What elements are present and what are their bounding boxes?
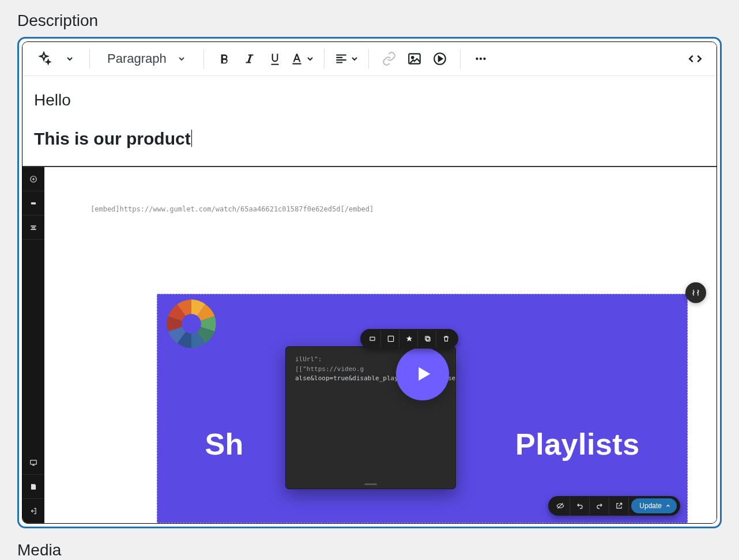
preview-canvas[interactable]: [embed]https://www.gumlet.com/watch/65aa… bbox=[44, 167, 717, 523]
update-button[interactable]: Update bbox=[631, 498, 677, 513]
section-title-media: Media bbox=[17, 541, 722, 559]
block-edit-button[interactable] bbox=[382, 330, 399, 347]
sidebar-spacer bbox=[22, 240, 44, 451]
text-cursor bbox=[191, 130, 192, 147]
code-line-1a: ilUrl":[["https://video.g bbox=[295, 355, 364, 373]
svg-rect-18 bbox=[426, 338, 429, 341]
image-button[interactable] bbox=[404, 48, 425, 70]
svg-rect-19 bbox=[425, 336, 428, 340]
update-button-label: Update bbox=[639, 502, 662, 510]
video-button[interactable] bbox=[429, 48, 451, 70]
toolbar-separator bbox=[368, 49, 369, 69]
open-external-button[interactable] bbox=[609, 497, 629, 514]
content-heading[interactable]: This is our product bbox=[34, 129, 191, 149]
block-type-selector[interactable]: Paragraph bbox=[99, 48, 194, 70]
svg-point-6 bbox=[480, 58, 482, 60]
svg-rect-16 bbox=[388, 336, 393, 341]
toolbar-separator bbox=[460, 49, 461, 69]
toolbar-separator bbox=[203, 49, 204, 69]
redo-button[interactable] bbox=[590, 497, 609, 514]
italic-button[interactable] bbox=[239, 48, 261, 70]
block-toolbar bbox=[360, 329, 458, 349]
toolbar-separator bbox=[324, 49, 325, 69]
code-line-2a: alse&loop=true&disable_play bbox=[295, 374, 398, 382]
color-wheel-icon bbox=[164, 297, 218, 351]
svg-rect-15 bbox=[370, 337, 374, 340]
text-color-button[interactable] bbox=[289, 48, 315, 70]
ai-assist-dropdown[interactable] bbox=[58, 48, 80, 70]
add-block-button[interactable] bbox=[22, 167, 44, 191]
code-view-button[interactable] bbox=[684, 48, 706, 70]
block-settings-fab[interactable] bbox=[685, 282, 706, 303]
center-button[interactable] bbox=[22, 215, 44, 240]
editor-body[interactable]: Hello This is our product bbox=[22, 76, 717, 166]
svg-rect-12 bbox=[31, 229, 36, 230]
svg-rect-0 bbox=[292, 63, 301, 65]
svg-rect-13 bbox=[31, 460, 37, 464]
visibility-button[interactable] bbox=[551, 497, 570, 514]
video-title-right: Playlists bbox=[515, 427, 640, 461]
block-select-button[interactable] bbox=[364, 330, 381, 347]
svg-point-2 bbox=[412, 56, 413, 58]
block-star-button[interactable] bbox=[401, 330, 418, 347]
toolbar-separator bbox=[89, 49, 90, 69]
align-button[interactable] bbox=[334, 48, 359, 70]
preview-area: [embed]https://www.gumlet.com/watch/65aa… bbox=[22, 166, 717, 523]
more-options-button[interactable] bbox=[470, 48, 492, 70]
bold-button[interactable] bbox=[213, 48, 235, 70]
embed-code-text[interactable]: [embed]https://www.gumlet.com/watch/65aa… bbox=[79, 190, 682, 213]
code-panel-handle[interactable] bbox=[364, 483, 377, 485]
exit-button[interactable] bbox=[22, 499, 44, 523]
section-title-description: Description bbox=[17, 12, 722, 30]
preview-sidebar bbox=[22, 167, 44, 523]
video-title-left: Sh bbox=[205, 427, 243, 461]
svg-point-5 bbox=[476, 58, 478, 60]
underline-button[interactable] bbox=[264, 48, 286, 70]
content-paragraph[interactable]: Hello bbox=[34, 91, 705, 109]
svg-rect-9 bbox=[31, 202, 36, 205]
undo-button[interactable] bbox=[570, 497, 590, 514]
svg-rect-10 bbox=[31, 225, 36, 226]
video-embed-block[interactable]: ilUrl":[["https://video.g 6cf71 alse&loo… bbox=[157, 294, 688, 523]
svg-marker-20 bbox=[418, 367, 430, 380]
block-type-label: Paragraph bbox=[107, 51, 167, 66]
svg-rect-11 bbox=[32, 227, 35, 228]
desktop-view-button[interactable] bbox=[22, 451, 44, 475]
link-button[interactable] bbox=[378, 48, 400, 70]
svg-point-7 bbox=[483, 58, 485, 60]
notes-button[interactable] bbox=[22, 475, 44, 499]
ai-assist-button[interactable] bbox=[33, 48, 55, 70]
svg-point-14 bbox=[182, 314, 201, 334]
editor-toolbar: Paragraph bbox=[22, 42, 717, 76]
collapse-button[interactable] bbox=[22, 191, 44, 215]
svg-marker-4 bbox=[439, 56, 443, 62]
editor-inner: Paragraph bbox=[22, 41, 717, 524]
video-play-button[interactable] bbox=[396, 347, 449, 400]
block-delete-button[interactable] bbox=[438, 330, 455, 347]
editor-wrapper: Paragraph bbox=[17, 37, 722, 528]
bottom-toolbar: Update bbox=[548, 496, 680, 516]
svg-marker-17 bbox=[406, 336, 412, 342]
block-copy-button[interactable] bbox=[419, 330, 436, 347]
